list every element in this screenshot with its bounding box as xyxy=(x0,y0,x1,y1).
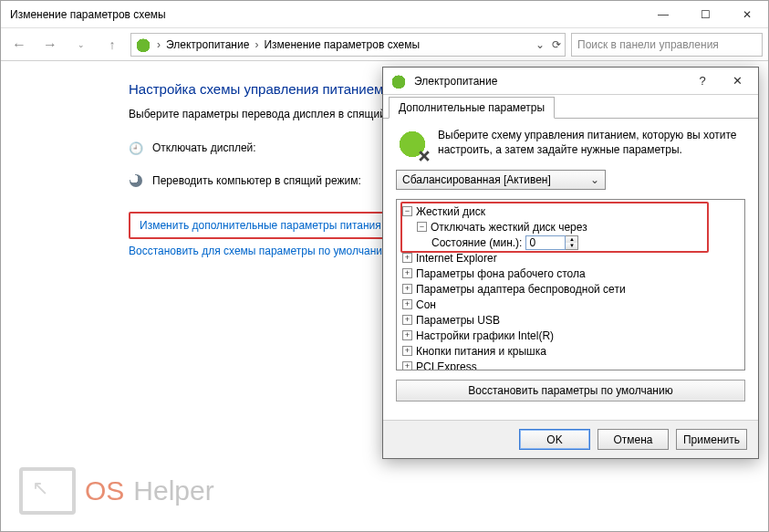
nav-up-button[interactable]: ↑ xyxy=(99,32,125,57)
tree-item-sleep[interactable]: +Сон xyxy=(402,297,739,312)
search-input[interactable]: Поиск в панели управления xyxy=(571,33,763,57)
spinner-up-button[interactable]: ▲ xyxy=(566,236,577,243)
close-button[interactable]: ✕ xyxy=(726,1,768,28)
recent-locations-button[interactable]: ⌄ xyxy=(68,32,94,57)
watermark: OS Helper xyxy=(19,467,214,515)
watermark-text: Helper xyxy=(133,475,213,506)
advanced-settings-link[interactable]: Изменить дополнительные параметры питани… xyxy=(140,219,381,232)
maximize-button[interactable]: ☐ xyxy=(684,1,726,28)
refresh-button[interactable]: ⟳ xyxy=(552,38,561,51)
cancel-button[interactable]: Отмена xyxy=(598,429,669,450)
expand-icon[interactable]: + xyxy=(402,253,412,263)
minimize-button[interactable]: — xyxy=(642,1,684,28)
restore-defaults-link[interactable]: Восстановить для схемы параметры по умол… xyxy=(129,245,390,257)
collapse-icon[interactable]: − xyxy=(417,222,427,232)
dialog-close-button[interactable]: ✕ xyxy=(723,74,751,88)
nav-forward-button[interactable]: → xyxy=(37,32,63,57)
power-plan-icon xyxy=(390,73,407,89)
expand-icon[interactable]: + xyxy=(402,299,412,309)
chevron-down-icon: ⌄ xyxy=(590,173,599,186)
power-plan-icon xyxy=(135,37,151,53)
tree-item-hdd-off[interactable]: −Отключать жесткий диск через xyxy=(402,219,739,235)
watermark-text: OS xyxy=(85,475,124,506)
dialog-info-text: Выберите схему управления питанием, кото… xyxy=(438,128,745,157)
tree-item-intel[interactable]: +Настройки графики Intel(R) xyxy=(402,328,739,343)
power-options-dialog: Электропитание ? ✕ Дополнительные параме… xyxy=(382,67,759,459)
chevron-right-icon: › xyxy=(255,38,258,51)
tree-item-desktop-bg[interactable]: +Параметры фона рабочего стола xyxy=(402,266,739,281)
spinner-down-button[interactable]: ▼ xyxy=(566,243,577,249)
window-titlebar: Изменение параметров схемы — ☐ ✕ xyxy=(1,1,768,28)
tree-item-usb[interactable]: +Параметры USB xyxy=(402,312,739,328)
expand-icon[interactable]: + xyxy=(402,268,412,278)
expand-icon[interactable]: + xyxy=(402,284,412,294)
tree-item-ie[interactable]: +Internet Explorer xyxy=(402,250,739,266)
address-bar[interactable]: › Электропитание › Изменение параметров … xyxy=(130,33,566,57)
tree-item-hdd[interactable]: −Жесткий диск xyxy=(402,203,739,219)
dialog-info: Выберите схему управления питанием, кото… xyxy=(396,128,745,161)
search-placeholder: Поиск в панели управления xyxy=(577,38,719,51)
tree-item-lid[interactable]: +Кнопки питания и крышка xyxy=(402,343,739,359)
nav-back-button[interactable]: ← xyxy=(6,32,32,57)
dialog-title: Электропитание xyxy=(414,75,681,88)
chevron-right-icon: › xyxy=(157,38,161,51)
breadcrumb-item[interactable]: Изменение параметров схемы xyxy=(264,38,420,51)
state-input[interactable] xyxy=(525,235,566,250)
nav-toolbar: ← → ⌄ ↑ › Электропитание › Изменение пар… xyxy=(1,28,768,61)
settings-tree[interactable]: −Жесткий диск −Отключать жесткий диск че… xyxy=(396,199,745,370)
restore-defaults-button[interactable]: Восстановить параметры по умолчанию xyxy=(396,380,745,402)
expand-icon[interactable]: + xyxy=(402,330,412,340)
power-scheme-select[interactable]: Сбалансированная [Активен] ⌄ xyxy=(396,170,606,190)
tree-item-wifi[interactable]: +Параметры адаптера беспроводной сети xyxy=(402,281,739,297)
window-title: Изменение параметров схемы xyxy=(10,8,166,21)
breadcrumb-item[interactable]: Электропитание xyxy=(166,38,249,51)
collapse-icon[interactable]: − xyxy=(402,206,412,216)
dialog-titlebar: Электропитание ? ✕ xyxy=(383,68,758,95)
tree-item-pci[interactable]: +PCI Express xyxy=(402,359,739,370)
watermark-logo-icon xyxy=(19,467,76,515)
ok-button[interactable]: OK xyxy=(519,429,590,450)
expand-icon[interactable]: + xyxy=(402,315,412,325)
power-plan-large-icon xyxy=(396,128,429,161)
state-spinner[interactable]: ▲▼ xyxy=(525,235,578,250)
state-label: Состояние (мин.): xyxy=(431,236,522,249)
dialog-footer: OK Отмена Применить xyxy=(383,420,758,458)
expand-icon[interactable]: + xyxy=(402,346,412,356)
tab-advanced[interactable]: Дополнительные параметры xyxy=(389,97,555,119)
apply-button[interactable]: Применить xyxy=(676,429,747,450)
address-history-button[interactable]: ⌄ xyxy=(535,38,545,51)
tab-strip: Дополнительные параметры xyxy=(383,95,758,119)
clock-icon xyxy=(129,141,143,155)
help-button[interactable]: ? xyxy=(689,74,716,88)
highlight-box: Изменить дополнительные параметры питани… xyxy=(129,212,392,239)
tree-item-state: Состояние (мин.): ▲▼ xyxy=(402,235,739,250)
power-scheme-value: Сбалансированная [Активен] xyxy=(402,173,551,186)
moon-icon xyxy=(130,174,142,187)
expand-icon[interactable]: + xyxy=(402,361,412,370)
